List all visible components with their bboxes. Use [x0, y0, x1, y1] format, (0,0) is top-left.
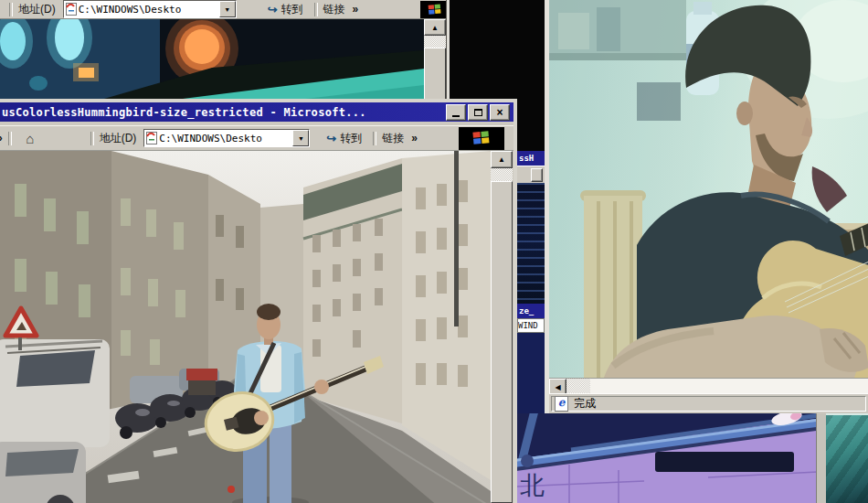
window-right-border	[446, 0, 450, 102]
go-button[interactable]: ↪ 转到	[321, 130, 367, 147]
background-window-title-fragment: ze_	[519, 306, 534, 316]
small-orange-light	[73, 63, 99, 81]
toolbar-grip[interactable]	[314, 3, 318, 16]
window-title: usColorlessHummingbird-size_restricted -…	[2, 106, 444, 119]
browser-window-guitarist: ◀ e 完成	[545, 0, 868, 413]
close-button[interactable]: ×	[490, 104, 510, 121]
close-icon: ×	[496, 107, 503, 118]
address-value: C:\WINDOWS\Deskto	[157, 133, 292, 144]
background-toolbar-button[interactable]	[531, 168, 543, 182]
toolbar-overflow-chevron[interactable]: »	[0, 132, 3, 144]
scroll-up-button[interactable]: ▲	[491, 151, 513, 168]
address-value: C:\WINDOWS\Deskto	[77, 4, 219, 16]
address-fragment-text: WIND	[518, 321, 538, 330]
go-label: 转到	[340, 131, 362, 146]
address-toolbar: » ⌂ 地址(D) C:\WINDOWS\Deskto ▼	[0, 125, 513, 151]
minimize-icon	[452, 115, 460, 117]
links-chevron[interactable]: »	[411, 132, 418, 144]
dropdown-icon: ▼	[298, 135, 304, 142]
home-icon: ⌂	[26, 131, 34, 146]
minimize-button[interactable]	[446, 104, 466, 121]
toolbar-grip[interactable]	[90, 132, 94, 145]
maximize-icon	[474, 109, 482, 116]
background-video-fragment	[517, 183, 545, 304]
address-combobox[interactable]: C:\WINDOWS\Deskto ▼	[63, 0, 237, 18]
up-arrow-icon: ▲	[431, 24, 439, 32]
browser-content-area: ▲	[0, 151, 513, 503]
lamppost	[454, 151, 459, 326]
background-browser-windows-strip: ssH ze_ WIND	[517, 0, 545, 413]
up-arrow-icon: ▲	[498, 155, 505, 164]
video-anime-purple-wall: 北	[516, 413, 818, 503]
background-window-toolbar	[517, 166, 545, 183]
wall-graffiti-text: 北	[520, 472, 545, 499]
page-icon	[146, 132, 157, 144]
background-video-blue	[517, 333, 545, 413]
address-combobox[interactable]: C:\WINDOWS\Deskto ▼	[143, 129, 310, 147]
desktop: ◀ e 完成	[0, 0, 868, 503]
go-arrow-icon: ↪	[326, 133, 336, 144]
teal-tint-overlay	[549, 0, 868, 378]
window-edge-strip	[816, 413, 826, 503]
status-pane: e 完成	[551, 396, 866, 412]
go-label: 转到	[281, 2, 303, 17]
titlebar[interactable]: usColorlessHummingbird-size_restricted -…	[0, 102, 513, 122]
video-paris-street	[0, 151, 491, 503]
dropdown-icon: ▼	[224, 6, 230, 13]
background-window-address-fragment: WIND	[517, 318, 545, 333]
address-dropdown-button[interactable]: ▼	[219, 1, 236, 17]
vscroll-thumb[interactable]	[491, 181, 513, 503]
background-window-titlebar-upper[interactable]: ssH	[517, 151, 545, 166]
video-sunset	[0, 19, 424, 102]
scroll-up-button[interactable]: ▲	[424, 19, 446, 36]
links-label: 链接	[382, 131, 404, 146]
links-chevron[interactable]: »	[353, 3, 359, 16]
page-icon	[66, 3, 77, 16]
status-text: 完成	[574, 396, 596, 412]
address-label: 地址(D)	[18, 2, 56, 17]
toolbar-grip[interactable]	[9, 3, 13, 16]
browser-window-sunset: 地址(D) C:\WINDOWS\Deskto ▼ ↪ 转到 链接	[0, 0, 450, 102]
address-label: 地址(D)	[100, 131, 137, 146]
vertical-scrollbar[interactable]: ▲	[491, 151, 513, 503]
windows-flag-icon	[469, 128, 494, 148]
vscroll-thumb[interactable]	[424, 48, 446, 102]
vertical-scrollbar[interactable]: ▲	[424, 19, 446, 102]
address-toolbar: 地址(D) C:\WINDOWS\Deskto ▼ ↪ 转到 链接	[0, 0, 450, 19]
toolbar-grip[interactable]	[8, 132, 12, 145]
browser-window-paris: usColorlessHummingbird-size_restricted -…	[0, 99, 517, 503]
go-arrow-icon: ↪	[268, 4, 278, 16]
address-dropdown-button[interactable]: ▼	[292, 130, 309, 146]
background-window-titlebar-lower[interactable]: ze_	[517, 304, 545, 318]
video-guitarist	[549, 0, 868, 378]
home-button[interactable]: ⌂	[17, 128, 43, 148]
ie-icon: e	[555, 396, 568, 412]
video-teal-fabric	[826, 413, 868, 503]
wall-opening	[655, 452, 794, 472]
vscroll-track[interactable]	[491, 168, 513, 181]
windows-logo-throbber	[459, 127, 504, 150]
links-label: 链接	[323, 2, 345, 17]
vscroll-track[interactable]	[424, 36, 446, 48]
toolbar-grip[interactable]	[373, 132, 376, 145]
background-window-title-fragment: ssH	[519, 154, 534, 163]
windows-flag-icon	[425, 2, 445, 17]
status-bar: e 完成	[549, 393, 868, 413]
maximize-button[interactable]	[468, 104, 488, 121]
background-video-dark	[517, 0, 545, 151]
left-arrow-icon: ◀	[555, 383, 560, 391]
go-button[interactable]: ↪ 转到	[262, 1, 309, 18]
